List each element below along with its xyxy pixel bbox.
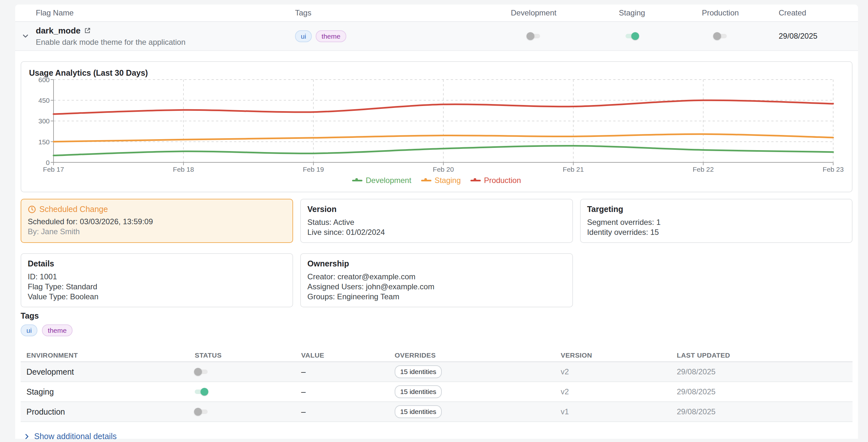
ownership-title: Ownership	[307, 259, 565, 268]
flag-description: Enable dark mode theme for the applicati…	[36, 38, 295, 47]
identity-overrides: Identity overrides: 15	[587, 227, 845, 237]
value-type: Value Type: Boolean	[28, 292, 286, 302]
flag-name: dark_mode	[36, 26, 81, 36]
tag-badge-theme: theme	[316, 30, 346, 42]
info-cards-row-1: Scheduled Change Scheduled for: 03/03/20…	[21, 199, 852, 243]
identities-overrides-badge[interactable]: 15 identities	[395, 365, 442, 378]
details-title: Details	[28, 259, 286, 268]
chevron-down-icon	[21, 32, 30, 40]
development-status-toggle[interactable]	[195, 370, 208, 374]
tags-section: Tags ui theme	[21, 311, 852, 336]
table-row-staging: Staging – 15 identities v2 29/08/2025	[21, 382, 852, 402]
col-environment: ENVIRONMENT	[21, 351, 189, 359]
created-date: 29/08/2025	[762, 32, 858, 41]
toggle-knob	[527, 32, 534, 40]
legend-marker	[470, 180, 481, 181]
x-tick: Feb 22	[692, 166, 714, 173]
toggle-knob	[194, 368, 202, 376]
identities-overrides-badge[interactable]: 15 identities	[395, 405, 442, 418]
value-cell: –	[296, 387, 389, 397]
x-tick: Feb 23	[823, 166, 843, 173]
flag-detail-panel: Flag Name Tags Development Staging Produ…	[15, 4, 858, 439]
overrides-cell: 15 identities	[389, 365, 555, 378]
chevron-right-icon	[23, 433, 30, 440]
col-status: STATUS	[189, 351, 296, 359]
status-cell	[189, 389, 296, 394]
line-chart	[54, 79, 833, 162]
toggle-knob	[631, 32, 639, 40]
column-development: Development	[482, 8, 585, 18]
scheduled-change-title: Scheduled Change	[39, 205, 108, 214]
environment-table-header: ENVIRONMENT STATUS VALUE OVERRIDES VERSI…	[21, 349, 852, 362]
value-cell: –	[296, 407, 389, 416]
development-toggle-cell	[482, 34, 585, 38]
overrides-cell: 15 identities	[389, 405, 555, 418]
version-title: Version	[307, 205, 565, 214]
empty-cell	[580, 253, 852, 307]
toggle-knob	[200, 388, 208, 396]
production-status-toggle[interactable]	[195, 409, 208, 414]
legend-dot-icon	[355, 178, 358, 181]
groups: Groups: Engineering Team	[307, 292, 565, 302]
y-tick: 300	[38, 117, 50, 125]
col-overrides: OVERRIDES	[389, 351, 555, 359]
external-link-icon[interactable]	[84, 27, 91, 34]
legend-item-staging[interactable]: Staging	[421, 176, 461, 185]
chart-legend: Development Staging Production	[21, 176, 852, 185]
last-updated-cell: 29/08/2025	[671, 367, 852, 376]
show-additional-details-link[interactable]: Show additional details	[21, 432, 852, 441]
clock-icon	[28, 205, 36, 213]
assigned-users: Assigned Users: john@example.com	[307, 281, 565, 292]
flag-name-cell: dark_mode Enable dark mode theme for the…	[36, 26, 295, 47]
col-value: VALUE	[296, 351, 389, 359]
x-tick: Feb 19	[303, 166, 324, 173]
last-updated-cell: 29/08/2025	[671, 407, 852, 416]
table-row-development: Development – 15 identities v2 29/08/202…	[21, 362, 852, 382]
segment-overrides: Segment overrides: 1	[587, 217, 845, 227]
show-additional-details-label: Show additional details	[34, 432, 117, 441]
version-live-since: Live since: 01/02/2024	[307, 227, 565, 237]
environment-name: Development	[21, 367, 189, 377]
table-row-production: Production – 15 identities v1 29/08/2025	[21, 402, 852, 422]
tags-section-title: Tags	[21, 311, 852, 320]
column-production: Production	[679, 8, 762, 18]
production-toggle[interactable]	[714, 34, 727, 38]
tag-badge-ui: ui	[21, 325, 37, 336]
development-toggle[interactable]	[527, 34, 540, 38]
details-card: Details ID: 1001 Flag Type: Standard Val…	[21, 253, 293, 307]
targeting-title: Targeting	[587, 205, 845, 214]
info-cards-row-2: Details ID: 1001 Flag Type: Standard Val…	[21, 253, 852, 307]
y-tick: 450	[38, 97, 50, 104]
x-tick: Feb 17	[43, 166, 64, 173]
overrides-cell: 15 identities	[389, 385, 555, 398]
staging-toggle[interactable]	[625, 34, 639, 38]
x-tick: Feb 18	[173, 166, 194, 173]
legend-item-development[interactable]: Development	[352, 176, 411, 185]
y-tick: 150	[38, 138, 50, 146]
legend-item-production[interactable]: Production	[470, 176, 521, 185]
staging-status-toggle[interactable]	[195, 389, 208, 394]
environment-name: Staging	[21, 387, 189, 397]
identities-overrides-badge[interactable]: 15 identities	[395, 385, 442, 398]
legend-label: Development	[366, 176, 411, 185]
flag-detail-content: Usage Analytics (Last 30 Days) 600 450 3…	[15, 61, 858, 441]
value-cell: –	[296, 367, 389, 377]
collapse-row-button[interactable]	[15, 32, 36, 40]
x-axis-labels: Feb 17 Feb 18 Feb 19 Feb 20 Feb 21 Feb 2…	[54, 166, 833, 174]
col-last-updated: LAST UPDATED	[671, 351, 852, 359]
flag-type: Flag Type: Standard	[28, 281, 286, 292]
version-cell: v2	[555, 387, 671, 396]
environment-table: ENVIRONMENT STATUS VALUE OVERRIDES VERSI…	[21, 349, 852, 422]
toggle-knob	[194, 408, 202, 416]
legend-dot-icon	[424, 178, 427, 181]
creator: Creator: creator@example.com	[307, 272, 565, 281]
scheduled-for-text: Scheduled for: 03/03/2026, 13:59:09	[28, 216, 286, 227]
tag-badge-theme: theme	[42, 325, 72, 336]
x-tick: Feb 20	[433, 166, 454, 173]
version-card: Version Status: Active Live since: 01/02…	[300, 199, 572, 243]
chart-plot-area	[54, 79, 833, 162]
toggle-knob	[713, 32, 721, 40]
scheduled-by-text: By: Jane Smith	[28, 227, 286, 236]
flag-row: dark_mode Enable dark mode theme for the…	[15, 22, 858, 51]
flag-table-header: Flag Name Tags Development Staging Produ…	[15, 4, 858, 22]
